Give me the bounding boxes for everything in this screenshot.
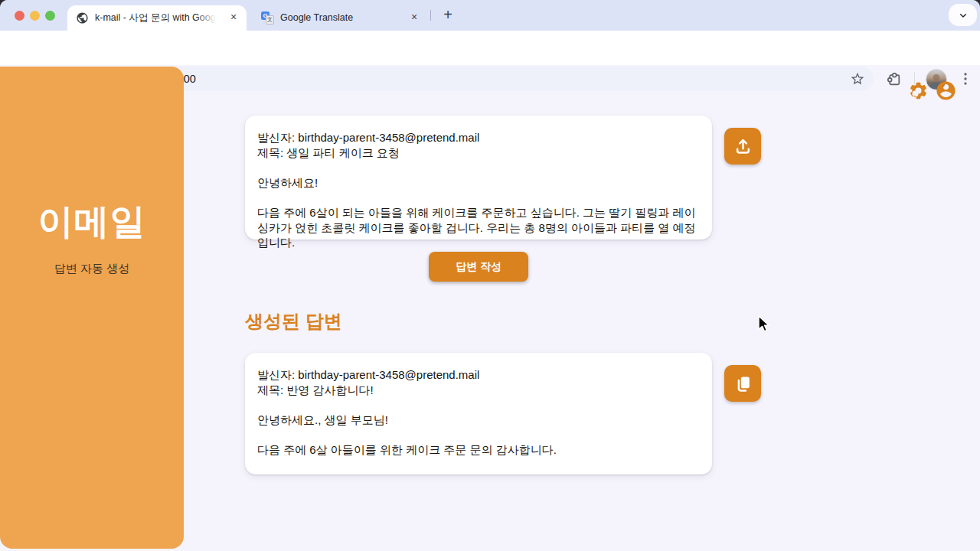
blank-line xyxy=(257,427,700,442)
reply-sender-line: 발신자: birthday-parent-3458@pretend.mail xyxy=(257,367,700,383)
window-zoom-button[interactable] xyxy=(45,11,55,21)
blank-line xyxy=(257,458,700,473)
compose-reply-button[interactable]: 답변 작성 xyxy=(429,252,528,282)
bookmark-star-icon[interactable] xyxy=(850,71,865,86)
account-profile-icon[interactable] xyxy=(935,80,957,102)
email-greeting: 안녕하세요! xyxy=(257,175,700,191)
blank-line xyxy=(257,397,700,412)
settings-gear-icon[interactable] xyxy=(908,80,929,101)
globe-icon xyxy=(76,11,89,24)
reply-body-line1: 다음 주에 6살 아들이를 위한 케이크 주문 문의 감사합니다. xyxy=(257,442,700,458)
tab-title: Google Translate xyxy=(280,5,401,31)
app-subtitle: 답변 자동 생성 xyxy=(0,262,184,276)
new-tab-button[interactable]: + xyxy=(438,5,458,25)
close-tab-icon[interactable]: × xyxy=(407,11,421,24)
app-sidebar: 이메일 답변 자동 생성 xyxy=(0,67,184,549)
window-close-button[interactable] xyxy=(15,11,24,21)
blank-line xyxy=(257,190,700,205)
reply-body-line2: 딸기 필링과 레이싱카가 얹힌 초콜릿 케이크, 정말 귀엽네요! xyxy=(257,472,700,474)
tab-strip: k-mail - 사업 문의 with Google × G 文 Google … xyxy=(0,0,980,31)
close-tab-icon[interactable]: × xyxy=(227,11,240,24)
generated-reply-heading: 생성된 답변 xyxy=(245,309,342,334)
google-translate-icon: G 文 xyxy=(261,11,274,24)
upload-icon xyxy=(733,136,753,157)
chevron-down-icon xyxy=(957,9,969,21)
tab-search-button[interactable] xyxy=(949,4,977,26)
copy-reply-button[interactable] xyxy=(724,365,761,402)
email-body: 다음 주에 6살이 되는 아들을 위해 케이크를 주문하고 싶습니다. 그는 딸… xyxy=(257,205,700,250)
reply-greeting: 안녕하세요., 생일 부모님! xyxy=(257,412,700,428)
upload-email-button[interactable] xyxy=(724,128,761,165)
extensions-puzzle-icon[interactable] xyxy=(885,70,903,88)
blank-line xyxy=(257,160,700,175)
copy-icon xyxy=(733,373,753,394)
tab-google-translate[interactable]: G 文 Google Translate × xyxy=(253,5,427,31)
app-title: 이메일 xyxy=(0,198,184,246)
mouse-cursor xyxy=(758,315,775,334)
email-subject-line: 제목: 생일 파티 케이크 요청 xyxy=(257,145,700,161)
email-sender-line: 발신자: birthday-parent-3458@pretend.mail xyxy=(257,130,700,145)
browser-toolbar: 127.0.0.1:5000 xyxy=(0,31,980,65)
tab-kmail[interactable]: k-mail - 사업 문의 with Google × xyxy=(67,5,247,31)
tab-title: k-mail - 사업 문의 with Google xyxy=(95,5,216,31)
incoming-email-card: 발신자: birthday-parent-3458@pretend.mail 제… xyxy=(245,116,712,240)
browser-menu-icon[interactable] xyxy=(957,70,974,87)
generated-reply-card: 발신자: birthday-parent-3458@pretend.mail 제… xyxy=(245,353,712,474)
tab-divider xyxy=(430,10,431,21)
window-minimize-button[interactable] xyxy=(30,11,40,21)
address-bar[interactable]: 127.0.0.1:5000 xyxy=(93,67,874,91)
browser-window: k-mail - 사업 문의 with Google × G 文 Google … xyxy=(0,0,980,551)
reply-subject-line: 제목: 반영 감사합니다! xyxy=(257,383,700,398)
